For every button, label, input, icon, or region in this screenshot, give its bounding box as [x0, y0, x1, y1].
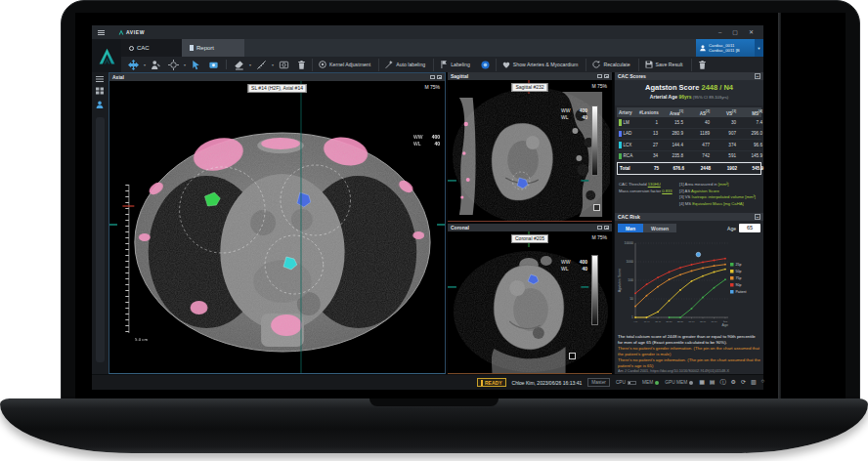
- workspace: Axial: [92, 72, 763, 374]
- arterial-age-ci: (95% CI 89-103yrs): [693, 95, 728, 100]
- axial-image[interactable]: SL #14 (H2F), Axial #14 M 75% WW400 WL40…: [109, 81, 445, 373]
- coronal-slice-label: Coronal #205: [511, 234, 548, 243]
- table-header-row: Artery#LesionsArea[1]AS[2]VS[3]MS[4]: [617, 107, 761, 117]
- svg-text:<40: <40: [633, 320, 638, 323]
- settings-icon[interactable]: ⚙: [731, 378, 736, 387]
- tab-men[interactable]: Men: [618, 224, 643, 232]
- tab-cac-label: CAC: [137, 45, 150, 51]
- crosshair-tool-caret-icon[interactable]: ▾: [184, 63, 186, 67]
- svg-text:Age: Age: [722, 323, 728, 327]
- expand-view-icon[interactable]: [604, 74, 609, 79]
- svg-text:10000: 10000: [625, 241, 634, 245]
- crosshair-tool-button[interactable]: [166, 59, 181, 71]
- info-icon[interactable]: ⓘ: [720, 378, 726, 387]
- copy-view-icon[interactable]: [597, 226, 602, 230]
- svg-text:55-59: 55-59: [677, 320, 684, 323]
- heart-icon: [501, 60, 511, 69]
- tab-women[interactable]: Women: [643, 224, 676, 232]
- patient-tab[interactable]: Cardiac_0011 Cardiac_0011 [B ▾: [696, 39, 763, 57]
- close-button[interactable]: ✕: [749, 26, 754, 38]
- cac-tab-icon: [129, 46, 134, 51]
- patient-list-icon[interactable]: [95, 101, 105, 108]
- labeling-button[interactable]: Labeling: [433, 59, 475, 71]
- sync-icon[interactable]: ⟳: [741, 378, 746, 387]
- viewport-sagittal[interactable]: Sagittal: [448, 72, 612, 222]
- collapse-icon[interactable]: −: [755, 73, 760, 79]
- eraser-tool-button[interactable]: [232, 59, 246, 71]
- cac-risk-header: CAC Risk −: [615, 213, 763, 221]
- measure-tool-caret-icon[interactable]: ▾: [272, 63, 274, 67]
- cac-risk-chart: 110100100010000<4040-4445-4950-5455-5960…: [615, 235, 764, 333]
- app-wordmark: AVIEW: [118, 29, 145, 35]
- tab-cac[interactable]: CAC: [121, 39, 182, 57]
- select-tool-button[interactable]: [189, 59, 203, 71]
- save-icon: [644, 60, 654, 69]
- annotate-user-tool-button[interactable]: [149, 59, 163, 71]
- table-footnotes: CAC Threshold 130HUMass conversion facto…: [619, 182, 761, 207]
- display-icon[interactable]: ▦: [699, 378, 705, 387]
- collapse-icon[interactable]: −: [755, 214, 760, 220]
- recalculate-button[interactable]: Recalculate: [586, 59, 634, 71]
- viewport-axial[interactable]: Axial: [108, 72, 446, 374]
- clear-all-button[interactable]: [691, 59, 713, 71]
- grayscale-colorbar[interactable]: [591, 255, 598, 325]
- gender-segmented-control: Men Women: [618, 224, 676, 232]
- viewport-coronal[interactable]: Coronal: [448, 224, 612, 374]
- svg-text:50p: 50p: [736, 270, 742, 273]
- axial-slice-label: SL #14 (H2F), Axial #14: [247, 84, 307, 93]
- svg-text:60-64: 60-64: [688, 320, 695, 323]
- mem-status-icon: [655, 381, 659, 385]
- coronal-image[interactable]: Coronal #205 M 75% WW400 WL40: [448, 231, 612, 373]
- sagittal-window-level: WW400 WL40: [561, 107, 587, 120]
- copy-view-icon[interactable]: [597, 74, 602, 79]
- agatston-score-value: 2448 / N4: [702, 83, 734, 92]
- sagittal-image[interactable]: Sagittal #232 M 75% WW400 WL40: [448, 80, 612, 221]
- measure-tool-button[interactable]: [254, 59, 269, 71]
- svg-text:1000: 1000: [626, 260, 633, 264]
- age-input[interactable]: 65: [739, 224, 760, 232]
- pan-tool-button[interactable]: [126, 59, 141, 71]
- corner-marker-box: [593, 204, 600, 211]
- menu-icon[interactable]: [98, 30, 105, 35]
- minimize-button[interactable]: –: [718, 26, 721, 38]
- patient-tab-caret-icon[interactable]: ▾: [755, 39, 763, 57]
- collapsed-series-panel[interactable]: [96, 117, 105, 362]
- copy-view-icon[interactable]: [430, 75, 435, 80]
- cpu-indicator: CPU: [616, 380, 636, 385]
- footnote: [3] VS Isotropic interpolated volume [mm…: [679, 194, 761, 201]
- save-result-button[interactable]: Save Result: [638, 59, 688, 71]
- tab-report[interactable]: Report: [182, 39, 244, 57]
- gpu-mem-indicator: GPU MEM: [665, 380, 693, 385]
- eraser-tool-caret-icon[interactable]: ▾: [249, 63, 251, 67]
- sagittal-magnification: M 75%: [591, 83, 607, 89]
- list-view-icon[interactable]: [95, 75, 105, 83]
- grayscale-colorbar[interactable]: [591, 105, 598, 176]
- blue-dot-icon: [480, 60, 491, 70]
- document-icon[interactable]: ▤: [710, 378, 716, 387]
- pan-tool-caret-icon[interactable]: ▾: [144, 63, 146, 67]
- expand-view-icon[interactable]: [604, 226, 609, 230]
- kernel-adjustment-button[interactable]: Kernel Adjustment: [312, 59, 375, 71]
- cac-risk-title: CAC Risk: [618, 214, 640, 220]
- grid-view-icon[interactable]: [95, 87, 105, 95]
- risk-controls: Men Women Age 65: [615, 223, 763, 233]
- power-icon[interactable]: ○: [761, 378, 765, 387]
- maximize-button[interactable]: ▢: [732, 26, 738, 38]
- auto-labeling-button[interactable]: Auto labeling: [378, 59, 430, 71]
- axial-title: Axial: [112, 74, 124, 80]
- axial-magnification: M 75%: [424, 84, 440, 90]
- svg-text:90p: 90p: [736, 283, 742, 287]
- show-arteries-button[interactable]: Show Arteries & Myocardium: [496, 59, 584, 71]
- footnote: Mass conversion factor 0.833: [619, 189, 679, 195]
- chart-icon[interactable]: ▥: [751, 378, 757, 387]
- master-chip: Master: [587, 378, 610, 387]
- sagittal-title: Sagittal: [451, 73, 468, 79]
- expand-view-icon[interactable]: [437, 75, 442, 80]
- table-row: RCA34235.8742591145.9: [617, 151, 761, 163]
- toggle-overlay-button[interactable]: [478, 59, 493, 71]
- marker-tool-button[interactable]: [206, 59, 221, 71]
- delete-tool-button[interactable]: [294, 59, 309, 71]
- table-row: LAD13280.91189907296.0: [617, 129, 761, 141]
- capture-tool-button[interactable]: [277, 59, 291, 71]
- arterial-age-label: Arterial Age: [650, 94, 677, 100]
